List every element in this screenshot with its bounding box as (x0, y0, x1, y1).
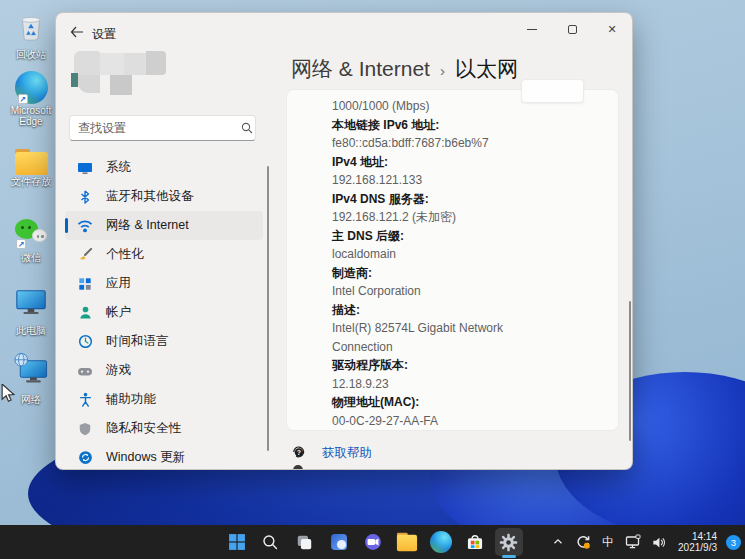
recycle-bin-icon (14, 8, 48, 48)
detail-value: 00-0C-29-27-AA-FA (332, 412, 560, 431)
file-explorer-button[interactable] (393, 528, 421, 556)
detail-value: localdomain (332, 245, 560, 264)
detail-row: 物理地址(MAC): 00-0C-29-27-AA-FA (332, 393, 598, 430)
detail-value: 192.168.121.2 (未加密) (332, 208, 560, 227)
maximize-button[interactable] (552, 13, 592, 45)
content-scrollbar[interactable] (629, 301, 631, 441)
desktop-icon-label: 网络 (21, 394, 41, 405)
sidebar-item-bluetooth[interactable]: 蓝牙和其他设备 (65, 182, 263, 211)
sidebar-item-windows-update[interactable]: Windows 更新 (65, 443, 263, 470)
copy-button-partial[interactable] (521, 79, 584, 103)
breadcrumb-parent[interactable]: 网络 & Internet (291, 55, 430, 83)
sidebar-item-network-internet[interactable]: 网络 & Internet (65, 211, 263, 240)
desktop-icon-label: 此电脑 (16, 325, 46, 336)
start-button[interactable] (223, 528, 251, 556)
store-bag-icon (465, 532, 485, 552)
clock[interactable]: 14:14 2021/9/3 (674, 531, 717, 554)
detail-row: 驱动程序版本: 12.18.9.23 (332, 356, 598, 393)
detail-label: IPv4 地址: (332, 153, 598, 172)
desktop-icon-wechat[interactable]: ↗ 微信 (2, 219, 60, 263)
sidebar-scrollbar[interactable] (267, 166, 269, 451)
sidebar-item-gaming[interactable]: 游戏 (65, 356, 263, 385)
wechat-icon: ↗ (13, 219, 49, 251)
bluetooth-icon (77, 189, 93, 205)
detail-label: 驱动程序版本: (332, 356, 598, 375)
windows-update-icon (77, 450, 93, 466)
chevron-right-icon: › (440, 62, 445, 79)
get-help-row[interactable]: ? 获取帮助 (291, 444, 372, 463)
system-icon (77, 160, 93, 176)
help-icon: ? (291, 444, 306, 463)
sidebar-item-time-language[interactable]: 时间和语言 (65, 327, 263, 356)
selected-indicator (65, 218, 68, 233)
settings-search (69, 115, 256, 141)
settings-button[interactable] (495, 528, 523, 556)
desktop-icon-folder[interactable]: 文件存放 (2, 149, 60, 187)
desktop-icon-this-pc[interactable]: 此电脑 (2, 286, 60, 336)
sidebar-item-privacy[interactable]: 隐私和安全性 (65, 414, 263, 443)
tray-time: 14:14 (678, 531, 717, 543)
minimize-button[interactable] (512, 13, 552, 45)
system-tray: 中 14:14 2021/9/3 3 (549, 525, 741, 559)
detail-row: 主 DNS 后缀: localdomain (332, 227, 598, 264)
detail-label: 制造商: (332, 264, 598, 283)
edge-icon (430, 531, 452, 553)
back-button[interactable] (66, 21, 88, 43)
taskbar: 中 14:14 2021/9/3 3 (0, 525, 745, 559)
desktop: 回收站 ↗ Microsoft Edge 文件存放 ↗ 微信 (0, 0, 745, 559)
monitor-icon (13, 286, 49, 324)
sidebar-nav: 系统 蓝牙和其他设备 网络 & Internet 个性化 应用 帐户 (61, 153, 267, 470)
windows-logo-icon (227, 532, 247, 552)
chat-button[interactable] (359, 528, 387, 556)
tray-volume-button[interactable] (649, 529, 667, 555)
sidebar-item-system[interactable]: 系统 (65, 153, 263, 182)
personalization-icon (77, 247, 93, 263)
detail-value: Intel Corporation (332, 282, 560, 301)
tray-overflow-button[interactable] (549, 529, 567, 555)
search-input[interactable] (70, 121, 241, 135)
mouse-cursor (0, 384, 16, 408)
file-explorer-icon (396, 533, 416, 552)
window-title: 设置 (92, 26, 116, 43)
tray-network-button[interactable] (624, 529, 642, 555)
widgets-button[interactable] (325, 528, 353, 556)
sidebar-item-accessibility[interactable]: 辅助功能 (65, 385, 263, 414)
desktop-icon-label: 文件存放 (11, 176, 51, 187)
ethernet-icon (625, 534, 641, 550)
sidebar-item-personalization[interactable]: 个性化 (65, 240, 263, 269)
desktop-icon-recycle-bin[interactable]: 回收站 (2, 8, 60, 60)
detail-row: IPv4 DNS 服务器: 192.168.121.2 (未加密) (332, 190, 598, 227)
folder-icon (15, 149, 48, 175)
svg-text:?: ? (297, 449, 301, 456)
detail-label: 物理地址(MAC): (332, 393, 598, 412)
get-help-link[interactable]: 获取帮助 (322, 445, 372, 462)
detail-value: 192.168.121.133 (332, 171, 560, 190)
taskbar-search-button[interactable] (257, 528, 285, 556)
tray-sync-button[interactable] (574, 529, 592, 555)
sync-update-icon (575, 534, 591, 550)
close-button[interactable]: ✕ (592, 13, 632, 45)
store-button[interactable] (461, 528, 489, 556)
feedback-icon-partial (293, 465, 303, 470)
sidebar-item-apps[interactable]: 应用 (65, 269, 263, 298)
desktop-icon-label: 回收站 (16, 49, 46, 60)
minimize-icon (527, 29, 537, 30)
taskbar-center (223, 528, 523, 556)
gear-icon (498, 532, 519, 553)
detail-row: 制造商: Intel Corporation (332, 264, 598, 301)
widgets-icon (329, 532, 349, 552)
desktop-icon-edge[interactable]: ↗ Microsoft Edge (2, 71, 60, 127)
task-view-button[interactable] (291, 528, 319, 556)
input-method-indicator[interactable]: 中 (599, 529, 617, 555)
detail-value: 12.18.9.23 (332, 375, 560, 394)
detail-value: fe80::cd5a:bdff:7687:b6eb%7 (332, 134, 560, 153)
notification-badge[interactable]: 3 (726, 535, 741, 550)
wifi-icon (77, 218, 93, 234)
close-icon: ✕ (607, 24, 616, 34)
accounts-icon (77, 305, 93, 321)
tray-date: 2021/9/3 (678, 542, 717, 554)
search-icon (241, 122, 253, 134)
sidebar-item-accounts[interactable]: 帐户 (65, 298, 263, 327)
edge-button[interactable] (427, 528, 455, 556)
detail-row: 描述: Intel(R) 82574L Gigabit Network Conn… (332, 301, 598, 357)
